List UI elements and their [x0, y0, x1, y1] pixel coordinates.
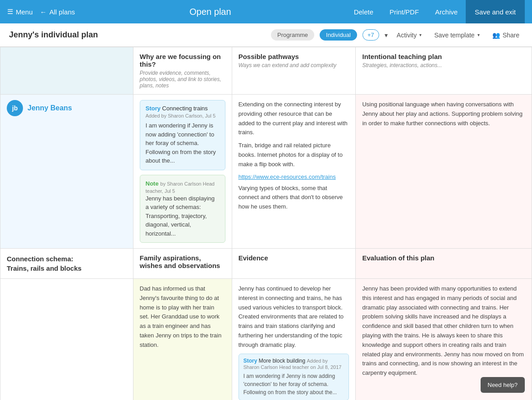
family-text: Dad has informed us that Jenny's favouri… — [140, 284, 225, 350]
story-inline-text: I am wondering if Jenny is now adding 'c… — [243, 372, 344, 396]
story-meta: Added by Sharon Carlson, Jul 5 — [146, 113, 220, 118]
story-inline-name: More block building — [259, 358, 305, 364]
pathways-content-cell: Extending on the connecting interest by … — [232, 95, 356, 249]
eval-text: Jenny has been provided with many opport… — [362, 284, 525, 378]
page-title: Open plan — [75, 7, 345, 17]
pathways-text-3: Varying types of blocks, some that conne… — [238, 184, 349, 212]
focus-content-cell: Story Connecting trains Added by Sharon … — [133, 95, 232, 249]
save-template-label: Save template — [434, 32, 475, 39]
avatar: jb — [7, 100, 23, 116]
header-student-cell — [0, 47, 133, 95]
plus-tag[interactable]: +7 — [362, 29, 379, 41]
story-text: I am wondering if Jenny is now adding 'c… — [146, 121, 220, 165]
share-label: Share — [503, 32, 519, 39]
evidence-header: Evidence — [238, 254, 349, 262]
story-name: Connecting trains — [162, 105, 208, 112]
teaching-header-sub: Strategies, interactions, actions... — [362, 62, 525, 68]
individual-tag[interactable]: Individual — [320, 29, 357, 41]
family-header-cell: Family aspirations, wishes and observati… — [133, 249, 232, 279]
plan-table: Why are we focussing on this? Provide ev… — [0, 47, 532, 400]
pathways-header-title: Possible pathways — [238, 53, 349, 60]
teaching-content-cell: Using positional language when having co… — [356, 95, 532, 249]
header-pathways-cell: Possible pathways Ways we can extend and… — [232, 47, 356, 95]
schema-title: Connection schema:Trains, rails and bloc… — [7, 254, 127, 273]
top-nav: ☰ Menu ← All plans Open plan Delete Prin… — [0, 0, 532, 23]
share-icon: 👥 — [492, 32, 500, 39]
evidence-content-cell: Jenny has continued to develop her inter… — [232, 279, 356, 400]
back-icon: ← — [40, 8, 47, 16]
story-inline-title: Story More block building Added by Sharo… — [243, 358, 344, 370]
activity-button[interactable]: Activity ▾ — [393, 30, 425, 41]
note-text: Jenny has been displaying a variety of s… — [146, 194, 220, 238]
archive-button[interactable]: Archive — [427, 5, 466, 19]
plan-title: Jenny's individual plan — [9, 30, 266, 40]
delete-button[interactable]: Delete — [346, 5, 381, 19]
teaching-header-title: Intentional teaching plan — [362, 53, 525, 60]
story-card-title: Story Connecting trains — [146, 105, 220, 112]
story-inline-label: Story — [243, 358, 257, 364]
teaching-text-1: Using positional language when having co… — [362, 100, 525, 128]
header-row: Why are we focussing on this? Provide ev… — [0, 47, 532, 95]
all-plans-button[interactable]: ← All plans — [40, 8, 75, 16]
schema-label-cell: Connection schema:Trains, rails and bloc… — [0, 249, 133, 279]
header-focus-cell: Why are we focussing on this? Provide ev… — [133, 47, 232, 95]
save-template-chevron: ▾ — [477, 32, 480, 37]
schema-label-row: Connection schema:Trains, rails and bloc… — [0, 249, 532, 279]
story-inline-card[interactable]: Story More block building Added by Sharo… — [238, 354, 349, 400]
focus-header-sub: Provide evidence, comments, photos, vide… — [140, 70, 225, 89]
content-student-cell — [0, 279, 133, 400]
share-button[interactable]: 👥 Share — [489, 30, 523, 41]
student-name: Jenny Beans — [28, 104, 72, 112]
save-exit-button[interactable]: Save and exit — [466, 0, 525, 23]
print-button[interactable]: Print/PDF — [381, 5, 427, 19]
note-label: Note — [146, 180, 159, 187]
menu-label: Menu — [16, 8, 33, 16]
schema-row: jb Jenny Beans Story Connecting trains A… — [0, 95, 532, 249]
family-content-cell: Dad has informed us that Jenny's favouri… — [133, 279, 232, 400]
evidence-text-1: Jenny has continued to develop her inter… — [238, 284, 349, 350]
note-card[interactable]: Note by Sharon Carlson Head teacher, Jul… — [140, 175, 225, 243]
all-plans-label: All plans — [50, 8, 75, 16]
focus-header-title: Why are we focussing on this? — [140, 53, 225, 68]
family-header: Family aspirations, wishes and observati… — [140, 254, 225, 269]
activity-chevron: ▾ — [419, 32, 422, 37]
pathways-text-2: Train, bridge and rail related picture b… — [238, 141, 349, 169]
nav-actions: Delete Print/PDF Archive Save and exit — [346, 0, 525, 23]
menu-button[interactable]: ☰ Menu — [7, 8, 33, 16]
programme-tag[interactable]: Programme — [271, 29, 314, 41]
story-card[interactable]: Story Connecting trains Added by Sharon … — [140, 100, 225, 170]
story-label: Story — [146, 105, 161, 112]
menu-icon: ☰ — [7, 8, 13, 16]
activity-label: Activity — [397, 32, 417, 39]
save-template-button[interactable]: Save template ▾ — [431, 30, 483, 41]
content-row: Dad has informed us that Jenny's favouri… — [0, 279, 532, 400]
sub-nav: Jenny's individual plan Programme Indivi… — [0, 23, 532, 47]
tag-chevron[interactable]: ▾ — [385, 32, 388, 39]
header-teaching-cell: Intentional teaching plan Strategies, in… — [356, 47, 532, 95]
eval-header: Evaluation of this plan — [362, 254, 525, 262]
evidence-header-cell: Evidence — [232, 249, 356, 279]
eval-header-cell: Evaluation of this plan — [356, 249, 532, 279]
need-help-button[interactable]: Need help? — [481, 377, 525, 393]
pathways-link[interactable]: https://www.ece-resources.com/trains — [238, 173, 336, 180]
note-title: Note by Sharon Carlson Head teacher, Jul… — [146, 180, 220, 194]
pathways-header-sub: Ways we can extend and add complexity — [238, 62, 349, 68]
student-cell: jb Jenny Beans — [0, 95, 133, 249]
pathways-text-1: Extending on the connecting interest by … — [238, 100, 349, 137]
